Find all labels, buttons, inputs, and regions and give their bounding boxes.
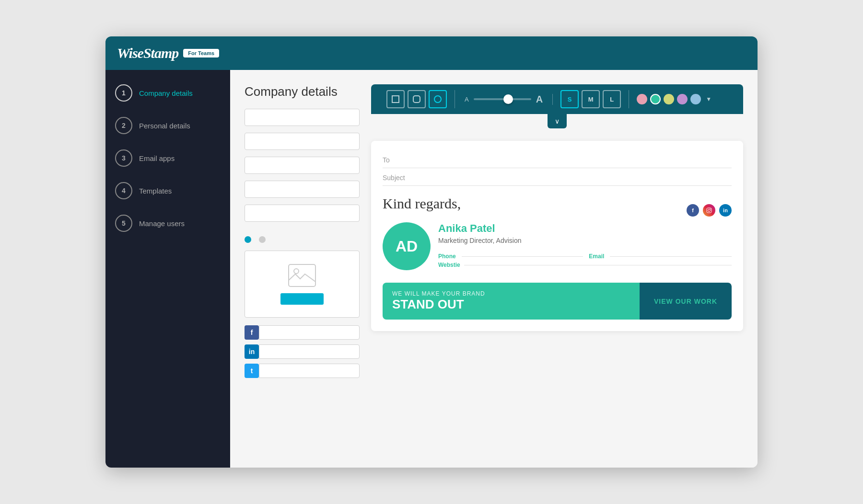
banner-sub-text: WE WILL MAKE YOUR BRAND (392, 290, 630, 297)
facebook-icon: f (245, 325, 259, 340)
step-circle-4: 4 (115, 182, 132, 199)
email-subject-field: Subject (383, 170, 732, 186)
form-title: Company details (245, 84, 360, 99)
sidebar-item-email-apps[interactable]: 3 Email apps (115, 149, 221, 167)
collapse-toolbar-btn[interactable]: ∨ (548, 114, 567, 128)
twitter-icon: t (245, 364, 259, 378)
signature-social-icons: f in (687, 204, 732, 217)
website-label: Webstie (438, 262, 460, 268)
website-row: Webstie (438, 262, 732, 268)
app-window: WiseStamp For Teams 1 Company details 2 … (105, 36, 758, 468)
svg-point-4 (434, 96, 441, 103)
app-logo: WiseStamp (117, 45, 178, 61)
shape-square-btn[interactable] (386, 90, 405, 108)
sidebar-label-3: Email apps (139, 154, 175, 162)
phone-line (462, 256, 583, 257)
font-label-small: A (465, 96, 469, 103)
email-to-field: To (383, 152, 732, 168)
svg-point-1 (294, 269, 299, 274)
slider-dot-active (245, 236, 251, 243)
color-dot-pink[interactable] (637, 94, 647, 104)
linkedin-input[interactable] (259, 344, 360, 359)
sidebar-item-manage-users[interactable]: 5 Manage users (115, 215, 221, 232)
signature-avatar: AD (383, 222, 431, 270)
slider-dot-inactive (259, 236, 266, 243)
signature-block: AD Anika Patel Marketing Director, Advis… (383, 218, 732, 275)
field-5[interactable] (245, 205, 360, 222)
font-size-slider[interactable] (474, 98, 531, 100)
font-label-large: A (536, 94, 543, 105)
color-dots-section: ▼ (629, 94, 719, 104)
main-content: 1 Company details 2 Personal details 3 E… (105, 70, 758, 468)
phone-label: Phone (438, 253, 456, 260)
sidebar-item-personal-details[interactable]: 2 Personal details (115, 117, 221, 134)
color-dropdown-arrow[interactable]: ▼ (706, 96, 711, 103)
form-column: Company details (245, 84, 360, 453)
color-dot-blue[interactable] (690, 94, 701, 104)
website-line (464, 265, 732, 265)
sidebar-label-1: Company details (139, 89, 193, 97)
banner-main-text: STAND OUT (392, 297, 630, 312)
linkedin-icon: in (245, 344, 259, 359)
size-buttons-section: S M L (553, 90, 629, 108)
font-slider-section: A A (455, 94, 553, 105)
slider-container (245, 236, 360, 243)
image-placeholder-icon (288, 263, 316, 287)
banner-cta-text: VIEW OUR WORK (654, 298, 717, 305)
twitter-input[interactable] (259, 364, 360, 378)
color-dot-purple[interactable] (677, 94, 688, 104)
sidebar-item-company-details[interactable]: 1 Company details (115, 84, 221, 102)
field-2[interactable] (245, 133, 360, 150)
signature-title: Marketing Director, Advision (438, 237, 522, 244)
right-panel: Company details (230, 70, 758, 468)
sidebar-label-5: Manage users (139, 219, 185, 228)
sig-instagram-icon (703, 204, 715, 217)
size-btn-l[interactable]: L (603, 90, 621, 108)
svg-point-6 (708, 209, 711, 212)
sidebar-label-4: Templates (139, 187, 172, 195)
twitter-row: t (245, 364, 360, 378)
sidebar-item-templates[interactable]: 4 Templates (115, 182, 221, 199)
for-teams-badge: For Teams (183, 49, 219, 57)
shape-rounded-btn[interactable] (408, 90, 426, 108)
email-label: Email (589, 253, 604, 260)
shapes-section (379, 90, 455, 108)
image-upload-box[interactable] (245, 251, 360, 318)
slider-thumb (503, 94, 513, 104)
step-circle-3: 3 (115, 149, 132, 167)
sig-linkedin-icon: in (719, 204, 732, 217)
facebook-input[interactable] (259, 325, 360, 340)
email-greeting: Kind regards, (383, 188, 732, 218)
svg-rect-5 (707, 208, 711, 213)
svg-point-7 (710, 209, 711, 210)
image-bar-placeholder (280, 293, 324, 305)
svg-rect-3 (413, 96, 420, 103)
svg-rect-0 (289, 264, 315, 286)
sidebar-label-2: Personal details (139, 122, 190, 130)
field-4[interactable] (245, 181, 360, 198)
preview-column: A A S M L (371, 84, 743, 453)
size-btn-s[interactable]: S (560, 90, 579, 108)
email-preview: To Subject Kind regards, AD (371, 141, 743, 331)
step-circle-1: 1 (115, 84, 132, 102)
sig-facebook-icon: f (687, 204, 699, 217)
avatar-initials: AD (396, 238, 418, 255)
color-dot-yellow[interactable] (664, 94, 674, 104)
field-1[interactable] (245, 109, 360, 126)
email-banner: WE WILL MAKE YOUR BRAND STAND OUT VIEW O… (383, 283, 732, 320)
color-dot-teal[interactable] (650, 94, 661, 104)
signature-info: Anika Patel Marketing Director, Advision… (438, 222, 732, 268)
step-circle-2: 2 (115, 117, 132, 134)
shape-circle-btn[interactable] (429, 90, 447, 108)
top-bar: WiseStamp For Teams (105, 36, 758, 70)
toolbar: A A S M L (371, 84, 743, 114)
signature-name: Anika Patel (438, 222, 522, 235)
size-btn-m[interactable]: M (582, 90, 600, 108)
banner-right[interactable]: VIEW OUR WORK (640, 283, 732, 320)
svg-rect-2 (392, 96, 399, 103)
facebook-row: f (245, 325, 360, 340)
sidebar: 1 Company details 2 Personal details 3 E… (105, 70, 230, 468)
step-circle-5: 5 (115, 215, 132, 232)
field-3[interactable] (245, 157, 360, 174)
email-line (610, 256, 732, 257)
